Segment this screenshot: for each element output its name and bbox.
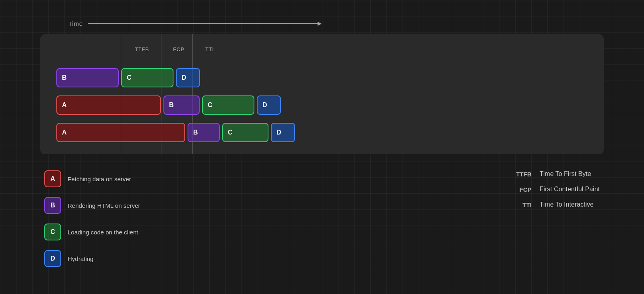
- legend-section: A Fetching data on server B Rendering HT…: [40, 170, 604, 267]
- ttfb-full: Time To First Byte: [540, 170, 591, 178]
- legend-badge-c: C: [44, 224, 61, 240]
- tti-label: TTI: [205, 46, 214, 52]
- legend-text-d: Hydrating: [68, 255, 93, 262]
- block-r2-b: B: [163, 95, 200, 115]
- time-label: Time: [68, 20, 83, 27]
- block-r1-b: B: [56, 68, 119, 87]
- milestone-def-ttfb: TTFB Time To First Byte: [512, 170, 591, 178]
- legend-item-b: B Rendering HTML on server: [44, 197, 140, 214]
- legend-left: A Fetching data on server B Rendering HT…: [44, 170, 140, 267]
- legend-item-c: C Loading code on the client: [44, 224, 140, 240]
- diagram-box: TTFB FCP TTI B C D A B C D A: [40, 34, 604, 154]
- row-3: A B C D: [56, 123, 588, 142]
- block-r3-d: D: [271, 123, 295, 142]
- row-1: B C D: [56, 68, 588, 87]
- ttfb-abbr: TTFB: [512, 171, 532, 178]
- row-2: A B C D: [56, 95, 588, 115]
- fcp-abbr: FCP: [512, 186, 532, 193]
- legend-right: TTFB Time To First Byte FCP First Conten…: [512, 170, 600, 267]
- tti-full: Time To Interactive: [540, 201, 594, 208]
- block-r1-d: D: [176, 68, 200, 87]
- block-r3-a: A: [56, 123, 185, 142]
- milestone-def-tti: TTI Time To Interactive: [512, 201, 594, 208]
- block-r1-c: C: [121, 68, 173, 87]
- time-arrow-line: [88, 23, 321, 24]
- rows-container: B C D A B C D A B C D: [56, 68, 588, 142]
- milestone-def-fcp: FCP First Contentful Paint: [512, 186, 600, 193]
- time-arrow: Time: [68, 20, 604, 27]
- legend-text-b: Rendering HTML on server: [68, 202, 140, 209]
- legend-text-a: Fetching data on server: [68, 176, 131, 182]
- ttfb-label: TTFB: [135, 46, 149, 52]
- legend-text-c: Loading code on the client: [68, 229, 138, 236]
- block-r2-a: A: [56, 95, 161, 115]
- legend-badge-a: A: [44, 170, 61, 187]
- fcp-label: FCP: [173, 46, 184, 52]
- tti-abbr: TTI: [512, 201, 532, 208]
- block-r2-d: D: [257, 95, 281, 115]
- block-r3-b: B: [188, 123, 220, 142]
- main-container: Time TTFB FCP TTI B C D A B C: [40, 20, 604, 267]
- block-r3-c: C: [222, 123, 268, 142]
- legend-item-d: D Hydrating: [44, 250, 140, 267]
- milestone-labels: TTFB FCP TTI: [56, 46, 588, 56]
- legend-badge-b: B: [44, 197, 61, 214]
- fcp-full: First Contentful Paint: [540, 186, 600, 193]
- legend-badge-d: D: [44, 250, 61, 267]
- legend-item-a: A Fetching data on server: [44, 170, 140, 187]
- block-r2-c: C: [202, 95, 254, 115]
